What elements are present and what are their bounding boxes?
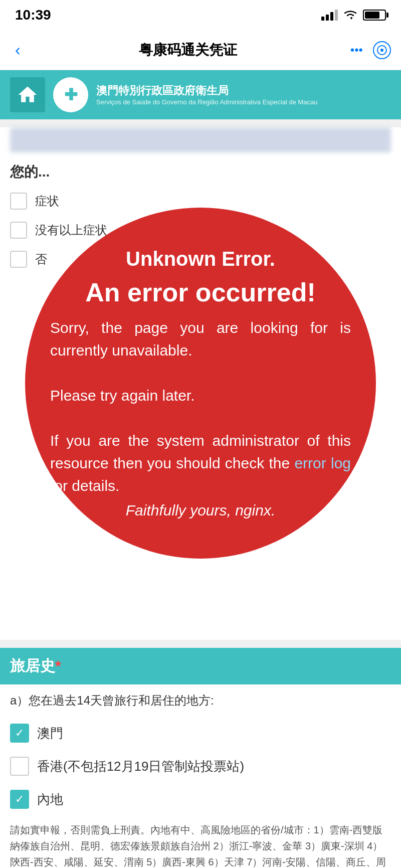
travel-label-mainland: 內地 [37, 791, 63, 808]
nav-title: 粤康码通关凭证 [139, 41, 237, 60]
form-section-label: 您的... [0, 157, 401, 187]
org-name-chinese: 澳門特別行政區政府衛生局 [96, 83, 318, 98]
logo-cross: ✚ [64, 85, 78, 104]
symptom-label: 症状 [35, 193, 59, 209]
nav-bar: ‹ 粤康码通关凭证 ••• [0, 30, 401, 70]
travel-header-label: 旅居史 [10, 657, 55, 674]
no-symptoms-label: 没有以上症状 [35, 222, 107, 238]
error-body: Sorry, the page you are looking for is c… [50, 316, 351, 497]
health-bureau-logo: ✚ [53, 77, 88, 112]
house-svg [17, 84, 39, 106]
header-banner: ✚ 澳門特別行政區政府衛生局 Serviços de Saúde do Gove… [0, 70, 401, 119]
error-line1: Sorry, the page you are looking for is c… [50, 319, 351, 359]
travel-checkbox-macau[interactable]: ✓ [10, 724, 29, 743]
signal-icon [321, 10, 338, 21]
section-divider [0, 640, 401, 648]
travel-question: a）您在過去14天曾旅行和居住的地方: [0, 684, 401, 717]
wifi-icon [343, 10, 358, 21]
travel-label-macau: 澳門 [37, 725, 63, 742]
error-heading: An error occurred! [85, 277, 315, 307]
battery-icon [363, 10, 386, 21]
content-area: Unknown Error. An error occurred! Sorry,… [0, 127, 401, 868]
back-button[interactable]: ‹ [10, 36, 26, 64]
no-checkbox[interactable] [10, 251, 27, 268]
error-overlay: Unknown Error. An error occurred! Sorry,… [25, 208, 376, 559]
status-bar: 10:39 [0, 0, 401, 30]
scan-button[interactable] [373, 41, 391, 59]
status-time: 10:39 [15, 7, 51, 23]
error-line4: for details. [50, 477, 119, 494]
nav-actions: ••• [350, 41, 391, 59]
travel-option-mainland: ✓ 內地 [0, 783, 401, 816]
error-log-link[interactable]: error log [294, 455, 351, 471]
travel-checkbox-hk[interactable] [10, 757, 29, 776]
travel-label-hk: 香港(不包括12月19日管制站投票站) [37, 758, 244, 775]
more-options-button[interactable]: ••• [350, 43, 363, 57]
symptom-checkbox[interactable] [10, 193, 27, 210]
name-field-blurred [10, 127, 391, 152]
travel-header: 旅居史* [0, 648, 401, 684]
travel-option-hk: 香港(不包括12月19日管制站投票站) [0, 750, 401, 783]
status-icons [321, 10, 386, 21]
org-name-portuguese: Serviços de Saúde do Governo da Região A… [96, 98, 318, 107]
no-label: 否 [35, 251, 47, 267]
error-title: Unknown Error. [126, 248, 275, 270]
notice-text: 請如實申報，否則需負上刑責。內地有中、高風險地區的省份/城市：1）雲南-西雙版納… [0, 816, 401, 868]
home-icon [10, 77, 45, 112]
travel-asterisk: * [55, 657, 61, 674]
header-text: 澳門特別行政區政府衛生局 Serviços de Saúde do Govern… [96, 83, 318, 107]
travel-section: 旅居史* a）您在過去14天曾旅行和居住的地方: ✓ 澳門 香港(不包括12月1… [0, 648, 401, 868]
error-line2: Please try again later. [50, 387, 195, 404]
error-sign: Faithfully yours, nginx. [126, 502, 275, 519]
no-symptoms-checkbox[interactable] [10, 222, 27, 239]
travel-option-macau: ✓ 澳門 [0, 717, 401, 750]
travel-checkbox-mainland[interactable]: ✓ [10, 790, 29, 809]
svg-point-1 [380, 49, 383, 52]
